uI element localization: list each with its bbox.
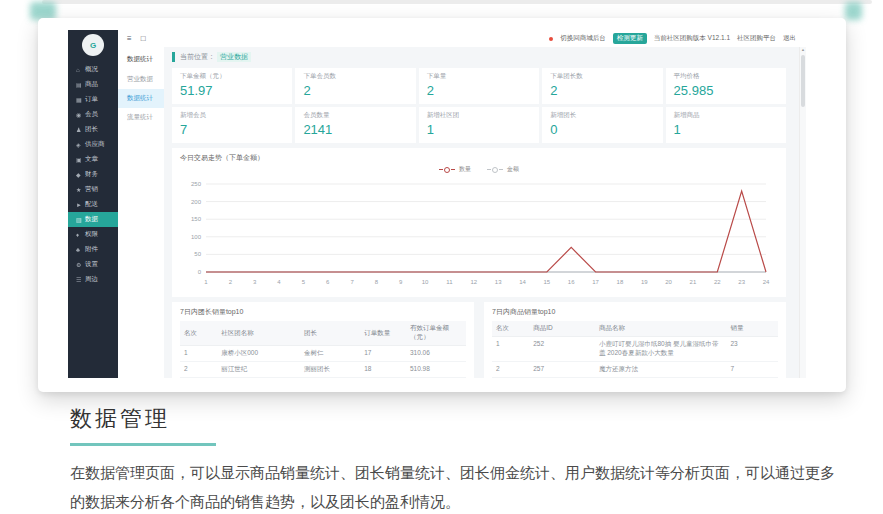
table-header-cell: 销量 bbox=[727, 321, 779, 337]
sidebar-item-label: 数据 bbox=[85, 215, 98, 224]
table-cell: 柚子 bbox=[595, 378, 727, 379]
stat-label: 会员数量 bbox=[303, 111, 407, 120]
scroll-up-icon[interactable]: ▲ bbox=[800, 47, 806, 53]
stat-label: 下单金额（元） bbox=[180, 72, 284, 81]
stat-card-member-total: 会员数量2141 bbox=[295, 107, 415, 143]
table-cell: 666 bbox=[300, 378, 360, 379]
finance-icon: ◆ bbox=[76, 171, 85, 178]
svg-text:0: 0 bbox=[198, 269, 202, 275]
table-header-cell: 订单数量 bbox=[360, 321, 406, 346]
table-header-row: 名次 商品ID 商品名称 销量 bbox=[492, 321, 778, 337]
stat-card-new-members: 新增会员7 bbox=[172, 107, 292, 143]
stat-value: 1 bbox=[427, 122, 531, 137]
app-logo[interactable]: G bbox=[82, 34, 104, 56]
stat-label: 平均价格 bbox=[674, 72, 778, 81]
main-content: 当前位置： 营业数据 下单金额（元）51.97 下单会员数2 下单量2 下单团长… bbox=[164, 47, 800, 378]
svg-text:17: 17 bbox=[592, 279, 599, 285]
stat-label: 下单会员数 bbox=[303, 72, 407, 81]
check-update-button[interactable]: 检测更新 bbox=[613, 33, 647, 44]
breadcrumb-prefix: 当前位置： bbox=[180, 52, 215, 62]
breadcrumb-accent-bar bbox=[172, 52, 175, 62]
table-cell: 248 bbox=[529, 378, 595, 379]
delivery-icon: ► bbox=[76, 202, 85, 208]
stat-card-new-community-groups: 新增社区团1 bbox=[419, 107, 539, 143]
table-header-cell: 名次 bbox=[180, 321, 217, 346]
table-cell: 小鹿叮叮婴儿湿巾纸80抽 婴儿童湿纸巾带盖 2020春夏新款小大数量 bbox=[595, 337, 727, 362]
sidebar-item-members[interactable]: ◉会员 bbox=[68, 107, 118, 122]
permission-icon: ♦ bbox=[76, 232, 85, 238]
svg-text:10: 10 bbox=[422, 279, 429, 285]
sidebar-item-label: 供应商 bbox=[85, 140, 105, 149]
svg-text:21: 21 bbox=[690, 279, 697, 285]
sidebar-item-articles[interactable]: ▣文章 bbox=[68, 152, 118, 167]
sidebar-item-orders[interactable]: ▦订单 bbox=[68, 92, 118, 107]
sidebar-item-overview[interactable]: ⌂概况 bbox=[68, 62, 118, 77]
table-cell: 2 bbox=[180, 362, 217, 378]
stat-value: 0 bbox=[550, 122, 654, 137]
svg-text:1: 1 bbox=[204, 279, 208, 285]
breadcrumb-current[interactable]: 营业数据 bbox=[217, 52, 251, 62]
table-cell: 康桥小区000 bbox=[217, 346, 300, 362]
table-cell: 丽江世纪 bbox=[217, 362, 300, 378]
sidebar-item-marketing[interactable]: ★营销 bbox=[68, 182, 118, 197]
sidebar-item-misc[interactable]: ☰周边 bbox=[68, 272, 118, 287]
stats-cards: 下单金额（元）51.97 下单会员数2 下单量2 下单团长数2 平均价格25.9… bbox=[172, 68, 786, 143]
svg-text:20: 20 bbox=[665, 279, 672, 285]
table-header-cell: 社区团名称 bbox=[217, 321, 300, 346]
table-cell: 魔方还原方法 bbox=[595, 362, 727, 378]
stat-value: 2 bbox=[550, 83, 654, 98]
stat-value: 2 bbox=[303, 83, 407, 98]
marketing-icon: ★ bbox=[76, 186, 85, 193]
goods-icon: ▤ bbox=[76, 81, 85, 88]
table-row: 2丽江世纪测丽团长18510.98 bbox=[180, 362, 466, 378]
stat-card-new-goods: 新增商品1 bbox=[666, 107, 786, 143]
svg-text:19: 19 bbox=[641, 279, 648, 285]
table-cell: 8 bbox=[727, 378, 779, 379]
sidebar-item-label: 概况 bbox=[85, 65, 98, 74]
table-cell: 3 bbox=[492, 378, 529, 379]
sidebar-item-permissions[interactable]: ♦权限 bbox=[68, 227, 118, 242]
sidebar-item-settings[interactable]: ⚙设置 bbox=[68, 257, 118, 272]
stat-card-order-leaders: 下单团长数2 bbox=[542, 68, 662, 104]
submenu-item-business-data[interactable]: 营业数据 bbox=[118, 70, 164, 89]
sidebar-item-attachments[interactable]: ♣附件 bbox=[68, 242, 118, 257]
trend-chart-svg: 0501001502002501234567891011121314151617… bbox=[180, 174, 776, 292]
platform-link[interactable]: 社区团购平台 bbox=[737, 34, 776, 43]
svg-text:22: 22 bbox=[714, 279, 721, 285]
collapse-menu-icon[interactable]: ≡ bbox=[127, 35, 132, 43]
svg-text:50: 50 bbox=[194, 251, 201, 257]
fullscreen-icon[interactable]: □ bbox=[141, 35, 146, 43]
sidebar-item-label: 团长 bbox=[85, 125, 98, 134]
svg-text:150: 150 bbox=[191, 216, 202, 222]
sidebar-item-data[interactable]: ▥数据 bbox=[68, 212, 118, 227]
sidebar-item-goods[interactable]: ▤商品 bbox=[68, 77, 118, 92]
legend-item[interactable]: 数量 bbox=[439, 165, 471, 174]
sidebar-item-label: 订单 bbox=[85, 95, 98, 104]
sidebar-item-group-leaders[interactable]: ♟团长 bbox=[68, 122, 118, 137]
trend-chart-panel: 今日交易走势（下单金额） 数量 金额 050100150200250123456… bbox=[172, 148, 786, 297]
switch-back-link[interactable]: 切换回商城后台 bbox=[560, 34, 606, 43]
stat-card-new-leaders: 新增团长0 bbox=[542, 107, 662, 143]
logout-link[interactable]: 退出 bbox=[783, 34, 796, 43]
article-icon: ▣ bbox=[76, 156, 85, 163]
submenu-item-data-statistics[interactable]: 数据统计 bbox=[118, 89, 164, 108]
scrollbar-thumb[interactable] bbox=[801, 55, 805, 107]
vertical-scrollbar[interactable]: ▲ bbox=[799, 47, 806, 378]
version-text: 当前社区团购版本 V12.1.1 bbox=[654, 34, 730, 43]
table-cell: 17 bbox=[360, 346, 406, 362]
stat-label: 新增会员 bbox=[180, 111, 284, 120]
svg-text:16: 16 bbox=[568, 279, 575, 285]
sidebar-item-suppliers[interactable]: ◈供应商 bbox=[68, 137, 118, 152]
svg-text:4: 4 bbox=[277, 279, 281, 285]
table-cell: 23 bbox=[727, 337, 779, 362]
legend-item[interactable]: 金额 bbox=[487, 165, 519, 174]
sidebar-item-finance[interactable]: ◆财务 bbox=[68, 167, 118, 182]
stat-label: 下单量 bbox=[427, 72, 531, 81]
svg-text:23: 23 bbox=[738, 279, 745, 285]
svg-text:15: 15 bbox=[544, 279, 551, 285]
sidebar-item-delivery[interactable]: ►配送 bbox=[68, 197, 118, 212]
table-cell: 5 bbox=[360, 378, 406, 379]
submenu-item-traffic-statistics[interactable]: 流量统计 bbox=[118, 108, 164, 127]
table-cell: 252 bbox=[529, 337, 595, 362]
leader-table-title: 7日内团长销量top10 bbox=[180, 307, 466, 317]
